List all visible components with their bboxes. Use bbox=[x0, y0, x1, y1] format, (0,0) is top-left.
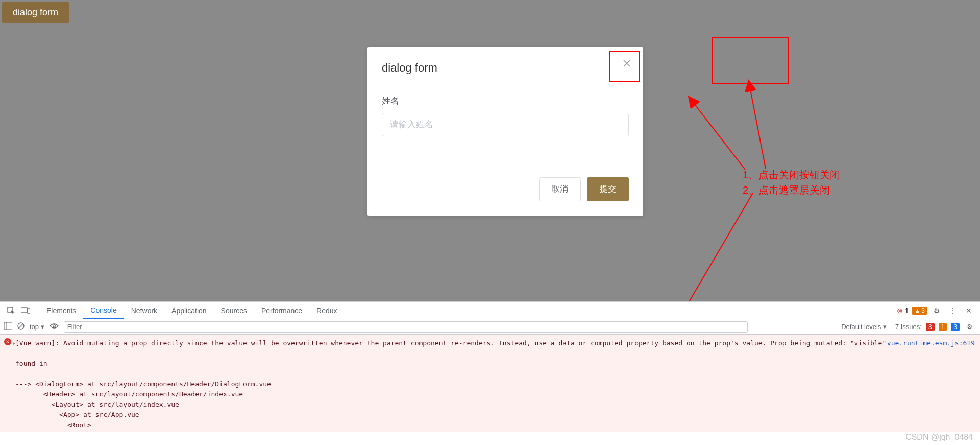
dialog-title: dialog form bbox=[382, 61, 629, 75]
svg-rect-6 bbox=[4, 322, 12, 330]
issues-warning-badge[interactable]: 1 bbox=[939, 323, 947, 331]
open-dialog-button[interactable]: dialog form bbox=[2, 2, 69, 23]
inspect-icon[interactable] bbox=[4, 302, 18, 319]
svg-rect-3 bbox=[8, 307, 13, 312]
tab-sources[interactable]: Sources bbox=[214, 302, 254, 319]
tab-performance[interactable]: Performance bbox=[254, 302, 309, 319]
name-input[interactable] bbox=[382, 113, 629, 136]
svg-point-10 bbox=[53, 325, 55, 327]
submit-button[interactable]: 提交 bbox=[587, 177, 629, 201]
console-error-message[interactable]: ✕ ▸ vue.runtime.esm.js:619 [Vue warn]: A… bbox=[0, 335, 980, 432]
expand-icon[interactable]: ▸ bbox=[12, 338, 16, 348]
eye-icon[interactable] bbox=[50, 323, 59, 331]
sidebar-toggle-icon[interactable] bbox=[4, 322, 12, 331]
error-count-badge[interactable]: ⊗ 1 bbox=[897, 307, 909, 315]
close-devtools-icon[interactable]: ✕ bbox=[963, 307, 975, 315]
issues-info-badge[interactable]: 3 bbox=[951, 323, 960, 331]
filter-input[interactable] bbox=[64, 321, 748, 333]
dialog-footer: 取消 提交 bbox=[382, 177, 629, 201]
console-body: ✕ ▸ vue.runtime.esm.js:619 [Vue warn]: A… bbox=[0, 335, 980, 432]
device-icon[interactable] bbox=[18, 302, 33, 319]
cancel-button[interactable]: 取消 bbox=[539, 177, 581, 201]
svg-line-0 bbox=[694, 104, 745, 170]
issues-label[interactable]: 7 Issues: bbox=[895, 323, 922, 331]
error-source-link[interactable]: vue.runtime.esm.js:619 bbox=[887, 338, 975, 348]
annotation-box-close bbox=[609, 51, 640, 82]
devtools-tabs: Elements Console Network Application Sou… bbox=[0, 302, 980, 319]
devtools-panel: Elements Console Network Application Sou… bbox=[0, 301, 980, 445]
levels-selector[interactable]: Default levels ▾ bbox=[841, 323, 887, 331]
svg-rect-4 bbox=[21, 308, 27, 312]
clear-console-icon[interactable] bbox=[17, 322, 24, 331]
kebab-icon[interactable]: ⋮ bbox=[946, 307, 960, 315]
svg-line-9 bbox=[19, 324, 23, 328]
tab-application[interactable]: Application bbox=[164, 302, 214, 319]
annotation-box-overlay bbox=[712, 37, 789, 84]
svg-point-8 bbox=[18, 323, 24, 329]
warning-count-badge[interactable]: ▲ 3 bbox=[912, 307, 927, 315]
tab-network[interactable]: Network bbox=[124, 302, 164, 319]
svg-line-1 bbox=[750, 89, 766, 169]
error-icon: ✕ bbox=[4, 338, 11, 345]
name-label: 姓名 bbox=[382, 95, 629, 107]
gear-icon[interactable]: ⚙ bbox=[930, 307, 943, 315]
tab-redux[interactable]: Redux bbox=[309, 302, 344, 319]
context-selector[interactable]: top ▾ bbox=[30, 323, 44, 331]
console-filter-bar: top ▾ Default levels ▾ 7 Issues: 3 1 3 ⚙ bbox=[0, 319, 980, 335]
modal-overlay[interactable]: dialog form dialog form 姓名 取消 提交 1、点击关闭按… bbox=[0, 0, 980, 301]
error-stack: ---> <DialogForm> at src/layout/componen… bbox=[15, 380, 271, 429]
svg-rect-5 bbox=[28, 309, 30, 313]
tab-elements[interactable]: Elements bbox=[39, 302, 83, 319]
tab-console[interactable]: Console bbox=[83, 302, 124, 319]
issues-error-badge[interactable]: 3 bbox=[926, 323, 935, 331]
watermark: CSDN @jqh_0484 bbox=[905, 433, 973, 442]
annotation-text: 1、点击关闭按钮关闭 2、点击遮罩层关闭 bbox=[743, 167, 840, 198]
console-settings-icon[interactable]: ⚙ bbox=[964, 323, 976, 331]
dialog: dialog form 姓名 取消 提交 bbox=[368, 47, 643, 216]
